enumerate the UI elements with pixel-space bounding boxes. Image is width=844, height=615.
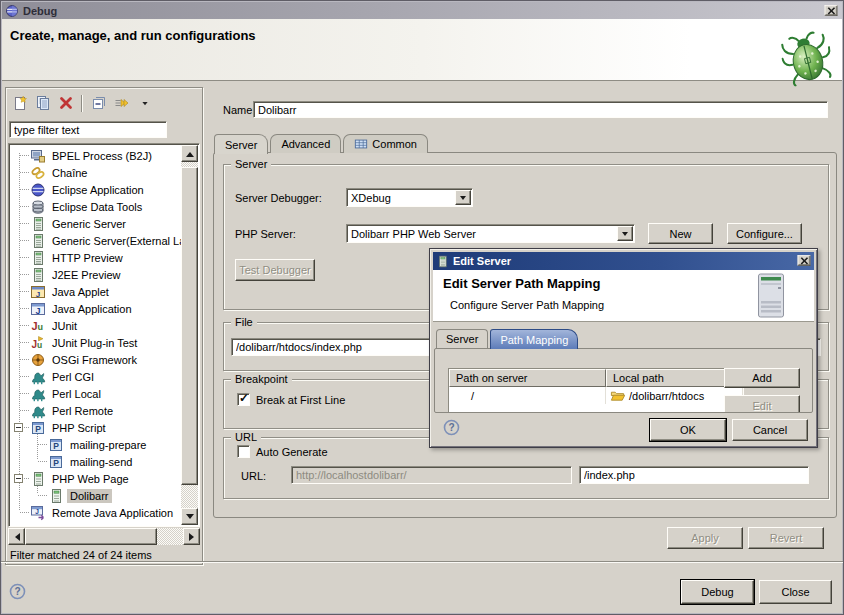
dialog-tab-server[interactable]: Server (436, 329, 488, 348)
test-debugger-button[interactable]: Test Debugger (235, 259, 315, 281)
delete-icon[interactable] (55, 93, 76, 114)
scrollbar-thumb[interactable] (181, 167, 198, 485)
table-header: Path on serverLocal path (449, 369, 743, 387)
tree-item-mailing-prepare[interactable]: Pmailing-prepare (10, 436, 182, 453)
server-icon (30, 233, 46, 249)
tree-item-perl-cgi[interactable]: Perl CGI (10, 368, 182, 385)
break-first-line-checkbox[interactable] (237, 393, 250, 406)
menu-dropdown-icon[interactable] (134, 93, 155, 114)
tree-item-remote-java-application[interactable]: JRemote Java Application (10, 504, 182, 521)
tree-horizontal-scrollbar[interactable] (8, 528, 200, 545)
tree-item-label: Eclipse Application (49, 183, 147, 197)
tree-item-eclipse-data-tools[interactable]: Eclipse Data Tools (10, 198, 182, 215)
path-mapping-table: Path on serverLocal path //dolibarr/htdo… (448, 368, 744, 413)
dialog-tab-path-mapping[interactable]: Path Mapping (490, 329, 578, 349)
tree-item-j2ee-preview[interactable]: J2EE Preview (10, 266, 182, 283)
file-group-title: File (231, 316, 257, 328)
path-mapping-tab-content: Path on serverLocal path //dolibarr/htdo… (434, 348, 813, 413)
svg-text:u: u (38, 322, 44, 332)
new-button[interactable]: New (648, 223, 713, 244)
tree-item-php-web-page[interactable]: PHP Web Page (10, 470, 182, 487)
tree-item-label: PHP Script (49, 421, 109, 435)
tree-item-http-preview[interactable]: HTTP Preview (10, 249, 182, 266)
help-icon[interactable]: ? (443, 419, 461, 437)
server-tower-icon (754, 273, 788, 321)
tree-item-mailing-send[interactable]: Pmailing-send (10, 453, 182, 470)
tree-vertical-scrollbar[interactable] (181, 145, 198, 525)
tree-item-eclipse-application[interactable]: Eclipse Application (10, 181, 182, 198)
close-icon[interactable] (798, 255, 811, 265)
tab-advanced[interactable]: Advanced (270, 134, 341, 153)
php-server-select[interactable]: Dolibarr PHP Web Server (346, 224, 635, 243)
tree-item-dolibarr[interactable]: Dolibarr (10, 487, 182, 504)
scrollbar-thumb[interactable] (25, 528, 157, 545)
tree-item-label: Generic Server(External Lau (49, 234, 182, 248)
local-path-cell: /dolibarr/htdocs (606, 387, 743, 404)
svg-text:?: ? (448, 422, 454, 433)
tree-item-junit[interactable]: JuJUnit (10, 317, 182, 334)
chevron-down-icon[interactable] (617, 226, 633, 241)
url-label: URL: (241, 470, 266, 482)
tree-item-perl-local[interactable]: Perl Local (10, 385, 182, 402)
tab-common[interactable]: Common (343, 134, 428, 153)
auto-generate-checkbox[interactable] (237, 445, 250, 458)
tree-item-label: mailing-send (67, 455, 135, 469)
server-group-title: Server (231, 158, 271, 170)
dialog-titlebar: Edit Server (433, 252, 814, 270)
revert-button[interactable]: Revert (748, 527, 824, 549)
dialog-subheading: Configure Server Path Mapping (450, 299, 604, 311)
sidebar-toolbar (9, 91, 155, 115)
close-icon[interactable] (825, 5, 838, 15)
tab-server[interactable]: Server (214, 134, 268, 154)
tree-item-label: Java Application (49, 302, 135, 316)
cancel-button[interactable]: Cancel (732, 419, 808, 441)
remote-java-icon: J (30, 505, 46, 521)
scroll-up-icon[interactable] (181, 145, 198, 162)
edit-button[interactable]: Edit (724, 395, 800, 413)
ok-button[interactable]: OK (650, 419, 726, 441)
database-icon (30, 199, 46, 215)
tree-item-label: J2EE Preview (49, 268, 123, 282)
close-button[interactable]: Close (759, 580, 832, 604)
tree-item-java-application[interactable]: JJava Application (10, 300, 182, 317)
php-icon: P (48, 437, 64, 453)
scroll-right-icon[interactable] (183, 528, 200, 545)
tree-item-generic-server-external-lau[interactable]: Generic Server(External Lau (10, 232, 182, 249)
configure-button[interactable]: Configure... (727, 223, 802, 244)
tree-item-generic-server[interactable]: Generic Server (10, 215, 182, 232)
debug-button[interactable]: Debug (681, 580, 754, 604)
dialog-header: Edit Server Path Mapping Configure Serve… (433, 270, 814, 322)
path-mapping-row[interactable]: //dolibarr/htdocs (449, 387, 743, 404)
name-input[interactable] (253, 101, 828, 118)
collapse-expander-icon[interactable] (14, 423, 23, 432)
tree-item-junit-plug-in-test[interactable]: JuJUnit Plug-in Test (10, 334, 182, 351)
server-debugger-select[interactable]: XDebug (346, 188, 473, 207)
tree-item-cha-ne[interactable]: Chaîne (10, 164, 182, 181)
svg-text:P: P (53, 441, 59, 451)
chevron-down-icon[interactable] (455, 190, 471, 205)
column-header-local-path[interactable]: Local path (606, 369, 743, 387)
scroll-down-icon[interactable] (181, 508, 198, 525)
collapse-expander-icon[interactable] (14, 474, 23, 483)
duplicate-icon[interactable] (32, 93, 53, 114)
scroll-left-icon[interactable] (8, 528, 25, 545)
filter-status: Filter matched 24 of 24 items (10, 549, 152, 561)
collapse-all-icon[interactable] (88, 93, 109, 114)
filter-launch-icon[interactable] (111, 93, 132, 114)
apply-button[interactable]: Apply (667, 527, 743, 549)
server-icon (30, 216, 46, 232)
svg-text:?: ? (14, 586, 20, 597)
column-header-path-on-server[interactable]: Path on server (449, 369, 606, 387)
php-server-icon (30, 471, 46, 487)
tree-item-php-script[interactable]: PPHP Script (10, 419, 182, 436)
tree-item-osgi-framework[interactable]: OSGi Framework (10, 351, 182, 368)
help-icon[interactable]: ? (9, 583, 27, 601)
url-path-input[interactable] (579, 466, 809, 484)
tree-item-bpel-process-b2j[interactable]: BPEL Process (B2J) (10, 147, 182, 164)
tree-item-java-applet[interactable]: JJava Applet (10, 283, 182, 300)
tree-item-label: Remote Java Application (49, 506, 176, 520)
tree-item-perl-remote[interactable]: Perl Remote (10, 402, 182, 419)
filter-input[interactable] (9, 121, 167, 138)
new-configuration-icon[interactable] (9, 93, 30, 114)
add-button[interactable]: Add (724, 368, 800, 388)
